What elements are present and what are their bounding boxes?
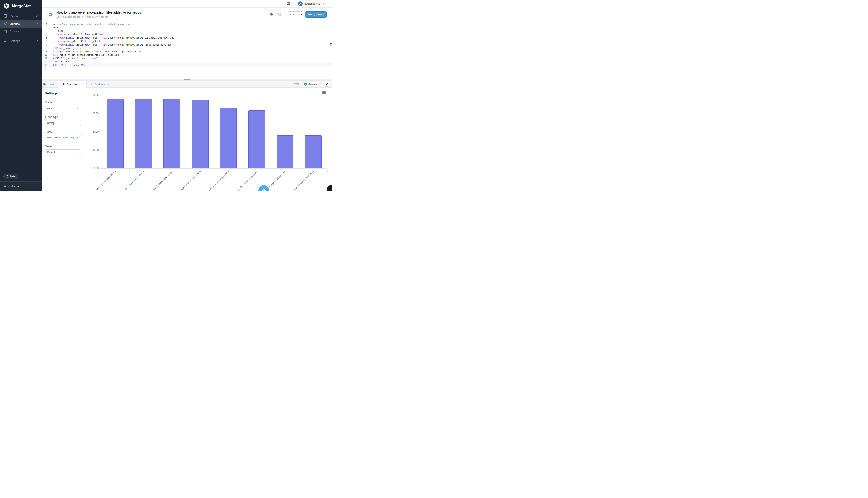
code-token: repo [63,60,70,63]
code-token [53,43,58,46]
plus-icon [90,82,93,86]
code-token: (EPOCH [75,43,85,46]
field-series: SeriesSelect [45,145,81,155]
collapse-sidebar-button[interactable]: Collapse [0,182,41,191]
code-token: ASC [81,64,85,66]
sidebar-item-label: Repos [10,15,18,18]
sidebar-bottom: beta Collapse [0,174,41,191]
y-axis-select[interactable]: first_added_days_ago [45,135,81,140]
topbar: patrickdevivo [41,0,332,8]
code-token: FROM [85,36,90,39]
book-icon [3,14,7,18]
code-line: 8FROM git_commit_stats [41,47,332,50]
query-title[interactable]: How long ago were renovate.json files ad… [56,11,141,14]
x-axis-label: X-axis [45,101,81,104]
code-text: JOIN git_commits ON git_commit_stats.com… [51,50,143,53]
tab-bar-chart[interactable]: Bar chart [58,81,87,88]
code-token: git_commit_stats.repo_id [70,54,105,56]
x-axis-select[interactable]: repo [45,106,81,111]
code-token: JOIN [53,50,58,53]
code-text: max(author_when) AS last_modified, [51,32,104,36]
code-line: 10JOIN repos ON git_commit_stats.repo_id… [41,53,332,56]
sql-editor[interactable]: 1-- how long ago were renovate.json file… [41,21,332,79]
query-history-icon[interactable] [278,13,282,16]
beta-label: beta [10,175,15,178]
caret-down-icon [77,108,79,109]
gridline [101,95,328,95]
y-tick-label: 40.00 [89,149,99,151]
sidebar-item-queries[interactable]: Queries [0,20,41,27]
gear-icon: ⚙ [3,39,7,43]
check-icon [304,82,307,86]
sidebar-item-label: Settings [10,39,20,42]
save-options-caret[interactable] [299,12,303,17]
expand-view-button[interactable] [324,81,329,87]
status-label: Success [308,83,318,85]
code-token: AS [140,43,143,46]
code-token: first_added, [84,40,101,42]
code-text: -- how long ago were renovate.json files… [51,23,132,26]
line-number: 1 [41,23,51,26]
docs-book-icon[interactable] [286,2,290,5]
series-select[interactable]: Select [45,149,81,155]
mergestat-logo-icon [3,3,10,9]
code-token: EXTRACT [66,36,76,39]
code-token: ROUND [58,43,65,46]
chart-menu-icon[interactable] [322,91,326,94]
sidebar-item-connect[interactable]: Connect [0,27,41,35]
add-view-caret-icon [108,84,110,85]
code-token: 86400 [127,43,134,46]
code-token: JOIN [53,54,58,56]
code-token: last_modified_days_ago, [143,36,176,39]
code-token: first_added [63,64,81,66]
code-line: 11WHERE file_path = 'renovate.json' [41,56,332,60]
add-view-button[interactable]: Add view [90,81,110,88]
code-text: WHERE file_path = 'renovate.json' [51,56,97,60]
query-title-block: How long ago were renovate.json files ad… [56,11,141,18]
query-settings-gear-icon[interactable]: ⚙ [270,13,273,16]
code-token: 86400 [127,36,134,39]
code-token: ) [138,43,140,46]
x-tick-line [243,169,243,174]
x-axis-type-value: string [47,121,77,124]
tab-table[interactable]: Table [41,81,58,88]
query-description-placeholder[interactable]: Enter a short description for this query… [56,15,141,18]
code-text: min(author_when) AS first_added, [51,39,101,43]
close-tab-icon[interactable] [81,83,84,85]
code-token: GROUP BY [53,60,63,63]
line-number: 2 [41,26,51,29]
tab-table-label: Table [48,82,55,86]
x-axis-label: github.com/mergestat/helm-charts [104,170,144,191]
chevron-down-icon [35,39,38,42]
editor-scrollbar-thumb[interactable] [330,43,331,46]
code-line: 13ORDER BY first_added ASC [41,63,332,67]
terminal-icon [3,22,7,26]
bar-github.com/mergestat/mergestat-lite [220,107,237,168]
app-title: MergeStat [12,4,31,8]
query-terminal-icon [48,12,53,17]
x-axis-label: github.com/mergestat/mergestat [132,170,173,191]
code-token: git_commits.hash [120,50,143,53]
bar-github.com/mergestat/docs [248,110,265,168]
run-query-button[interactable]: Run (⇧ + ↵) [305,11,327,17]
user-menu-caret-icon[interactable] [323,3,325,4]
panel-resize-handle[interactable] [184,79,190,80]
code-line: 9JOIN git_commits ON git_commit_stats.co… [41,50,332,53]
bar-chart-icon [62,82,65,86]
avatar[interactable] [298,1,303,6]
username[interactable]: patrickdevivo [304,2,320,5]
mergestat-logo[interactable]: MergeStat [0,0,41,12]
code-token: (author_when) [62,33,81,36]
code-token: min [103,43,106,46]
sidebar-item-repos[interactable]: Repos [0,12,41,20]
code-token: 'renovate.json' [77,57,97,60]
sidebar-item-settings[interactable]: ⚙Settings [0,37,41,45]
code-token: max [58,33,62,36]
x-axis-type-select[interactable]: string [45,120,81,126]
code-line: 7 ROUND(EXTRACT(EPOCH FROM now() - min(a… [41,43,332,47]
code-token: ORDER BY [53,64,63,66]
code-token: ROUND [58,36,65,39]
code-token: ON [75,50,78,53]
save-button[interactable]: Save [287,12,299,17]
code-line: 4 max(author_when) AS last_modified, [41,32,332,36]
